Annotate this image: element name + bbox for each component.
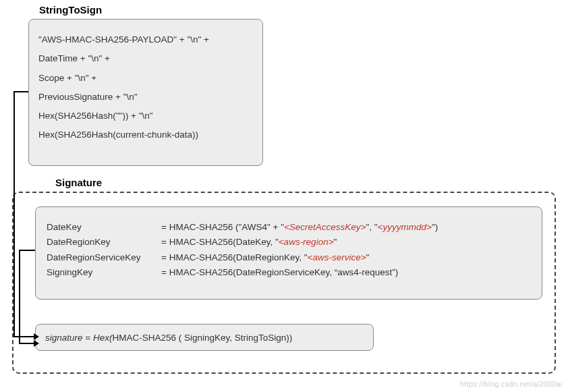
expr-placeholder: <aws-service> <box>308 252 366 262</box>
expr-placeholder: <yyyymmdd> <box>378 222 432 232</box>
string-to-sign-box: "AWS-HMAC-SHA256-PAYLOAD" + "\n" + DateT… <box>28 19 263 166</box>
sts-line-2: DateTime + "\n" + <box>38 52 253 65</box>
signature-result-box: signature = Hex(HMAC-SHA256 ( SigningKey… <box>35 324 374 351</box>
connector-line <box>13 336 35 337</box>
connector-line <box>19 250 20 344</box>
expr-pre: = HMAC-SHA256(DateRegionKey, " <box>161 252 308 262</box>
key-expr: = HMAC-SHA256 ("AWS4" + "<SecretAccessKe… <box>161 221 531 234</box>
key-row-dateregionkey: DateRegionKey = HMAC-SHA256(DateKey, "<a… <box>47 235 531 249</box>
key-label: DateRegionServiceKey <box>47 251 161 264</box>
connector-line <box>13 91 28 92</box>
sts-line-1: "AWS-HMAC-SHA256-PAYLOAD" + "\n" + <box>38 33 253 47</box>
expr-pre: = HMAC-SHA256(DateRegionServiceKey, “aws… <box>161 267 398 277</box>
signature-var: signature <box>45 333 83 343</box>
arrow-icon <box>34 340 39 347</box>
key-row-datekey: DateKey = HMAC-SHA256 ("AWS4" + "<Secret… <box>47 221 531 234</box>
string-to-sign-heading: StringToSign <box>39 4 102 16</box>
expr-mid: ", " <box>366 222 378 232</box>
sts-line-3: Scope + "\n" + <box>38 72 253 85</box>
signature-fn: HMAC-SHA256 ( SigningKey, StringToSign)) <box>112 333 292 343</box>
connector-line <box>19 250 35 251</box>
watermark-text: https://blog.csdn.net/ai2000ai <box>460 380 563 388</box>
key-expr: = HMAC-SHA256(DateRegionServiceKey, “aws… <box>161 266 531 279</box>
sts-line-4: PreviousSignature + "\n" <box>38 90 253 104</box>
signature-eq: = <box>83 333 93 343</box>
expr-post: " <box>366 252 370 262</box>
key-expr: = HMAC-SHA256(DateKey, "<aws-region>" <box>161 235 531 249</box>
sts-line-6: Hex(SHA256Hash(current-chunk-data)) <box>38 128 253 142</box>
arrow-icon <box>34 333 39 340</box>
signature-hex: Hex( <box>93 333 113 343</box>
key-row-dateregionservicekey: DateRegionServiceKey = HMAC-SHA256(DateR… <box>47 251 531 264</box>
connector-line <box>13 91 15 337</box>
key-label: DateKey <box>47 221 161 234</box>
key-label: SigningKey <box>47 266 161 279</box>
key-row-signingkey: SigningKey = HMAC-SHA256(DateRegionServi… <box>47 266 531 279</box>
key-label: DateRegionKey <box>47 235 161 249</box>
expr-pre: = HMAC-SHA256(DateKey, " <box>161 237 279 247</box>
expr-placeholder: <aws-region> <box>279 237 334 247</box>
key-derivation-box: DateKey = HMAC-SHA256 ("AWS4" + "<Secret… <box>35 206 542 300</box>
expr-placeholder: <SecretAccessKey> <box>284 222 366 232</box>
expr-post: ") <box>432 222 438 232</box>
key-expr: = HMAC-SHA256(DateRegionKey, "<aws-servi… <box>161 251 531 264</box>
connector-line <box>19 343 35 344</box>
expr-post: " <box>334 237 337 247</box>
sts-line-5: Hex(SHA256Hash("")) + "\n" <box>38 109 253 123</box>
expr-pre: = HMAC-SHA256 ("AWS4" + " <box>161 222 284 232</box>
signature-heading: Signature <box>55 177 102 188</box>
